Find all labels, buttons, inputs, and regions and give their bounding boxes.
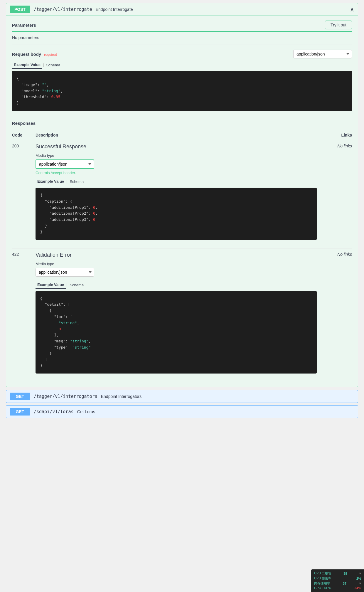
response-200-row: 200 Successful Response Media type appli… [12, 140, 352, 248]
get-endpoint-1-summary: Endpoint Interrogators [101, 394, 354, 399]
schema-tab[interactable]: Schema [44, 61, 62, 69]
content-type-select[interactable]: application/json [293, 50, 352, 58]
post-endpoint-header[interactable]: POST /tagger/v1/interrogate Endpoint Int… [6, 3, 358, 16]
media-type-label-200: Media type [36, 153, 317, 158]
request-body-section: Request body required application/json [12, 45, 352, 58]
get-endpoint-2-header[interactable]: GET /sdapi/v1/loras Get Loras [6, 406, 358, 418]
response-422-row: 422 Validation Error Media type applicat… [12, 248, 352, 382]
get-method-badge-1: GET [10, 393, 30, 400]
parameters-section-header: Parameters Try it out [12, 21, 352, 32]
media-type-label-422: Media type [36, 262, 317, 266]
endpoint-summary: Endpoint Interrogate [96, 7, 346, 12]
response-422-desc-col: Validation Error Media type application/… [36, 252, 317, 379]
endpoint-body: Parameters Try it out No parameters Requ… [6, 16, 358, 387]
example-value-tab[interactable]: Example Value [12, 61, 42, 69]
monitor-gpu-tdp-label: GPU TDP% [314, 586, 331, 590]
request-example-tabs: Example Value | Schema [12, 61, 352, 69]
response-200-row-header: 200 Successful Response Media type appli… [12, 144, 352, 245]
get-endpoint-1-path: /tagger/v1/interrogators [34, 394, 97, 399]
monitor-mem-usage-row: 内存使用率 37 ∨ [314, 581, 361, 586]
parameters-label: Parameters [12, 23, 36, 28]
response-422-no-links: No links [317, 252, 352, 257]
request-body-code-block: { "image": "", "model": "string", "thres… [12, 71, 352, 111]
controls-accept-text: Controls Accept header. [36, 171, 317, 175]
monitor-cpu-usage-value: 2% [356, 577, 361, 580]
response-200-example-tabs: Example Value | Schema [36, 178, 317, 185]
post-endpoint-block: POST /tagger/v1/interrogate Endpoint Int… [6, 3, 358, 387]
response-200-code: 200 [12, 144, 36, 148]
monitor-cpu-usage-row: CPU 使用率 2% [314, 576, 361, 581]
response-200-schema-tab[interactable]: Schema [68, 178, 85, 185]
monitor-cpu-usage-label: CPU 使用率 [314, 576, 331, 581]
response-200-no-links: No links [317, 144, 352, 148]
media-type-select-200[interactable]: application/json [36, 159, 94, 169]
responses-section: Responses Code Description Links 200 Suc… [12, 116, 352, 382]
monitor-chevron-1: ∨ [359, 572, 361, 575]
required-badge: required [44, 53, 57, 57]
col-description-header: Description [36, 133, 317, 137]
responses-table-header: Code Description Links [12, 130, 352, 140]
monitor-cpu-temp-label: CPU 二极管 [314, 571, 331, 576]
col-links-header: Links [317, 133, 352, 137]
response-422-example-tabs: Example Value | Schema [36, 281, 317, 289]
media-type-select-422[interactable]: application/json [36, 268, 94, 277]
response-200-desc-col: Successful Response Media type applicati… [36, 144, 317, 245]
no-parameters-text: No parameters [12, 35, 352, 40]
monitor-gpu-tdp-value: 34% [355, 586, 361, 590]
system-monitor: CPU 二极管 38 ∨ CPU 使用率 2% 内存使用率 37 ∨ GPU T… [311, 569, 364, 592]
monitor-gpu-tdp-row: GPU TDP% 34% [314, 586, 361, 590]
monitor-cpu-temp-value: 38 [343, 572, 347, 575]
monitor-mem-usage-label: 内存使用率 [314, 581, 330, 586]
get-endpoint-2-summary: Get Loras [77, 409, 354, 414]
response-200-title: Successful Response [36, 144, 317, 150]
get-endpoint-2[interactable]: GET /sdapi/v1/loras Get Loras [6, 405, 358, 418]
collapse-icon[interactable]: ∧ [350, 6, 354, 13]
get-endpoint-1-header[interactable]: GET /tagger/v1/interrogators Endpoint In… [6, 390, 358, 403]
post-method-badge: POST [10, 6, 30, 13]
response-200-code-block: { "caption": { "additionalProp1": 0, "ad… [36, 188, 317, 240]
get-endpoint-1[interactable]: GET /tagger/v1/interrogators Endpoint In… [6, 390, 358, 403]
request-body-label-group: Request body required [12, 52, 57, 57]
monitor-mem-usage-value: 37 [343, 582, 346, 585]
monitor-chevron-2: ∨ [359, 582, 361, 585]
response-422-title: Validation Error [36, 252, 317, 258]
response-422-row-header: 422 Validation Error Media type applicat… [12, 252, 352, 379]
response-422-example-tab[interactable]: Example Value [36, 281, 66, 289]
request-body-label: Request body [12, 52, 41, 57]
get-method-badge-2: GET [10, 408, 30, 416]
responses-header: Responses [12, 121, 352, 126]
response-422-schema-tab[interactable]: Schema [68, 281, 85, 289]
response-200-example-tab[interactable]: Example Value [36, 178, 66, 185]
get-endpoint-2-path: /sdapi/v1/loras [34, 409, 73, 414]
monitor-cpu-temp-row: CPU 二极管 38 ∨ [314, 571, 361, 576]
try-it-out-button[interactable]: Try it out [325, 21, 352, 29]
endpoint-path: /tagger/v1/interrogate [34, 7, 92, 12]
col-code-header: Code [12, 133, 36, 137]
response-422-code: 422 [12, 252, 36, 257]
response-422-code-block: { "detail": [ { "loc": [ "string", 0 ], … [36, 291, 317, 374]
